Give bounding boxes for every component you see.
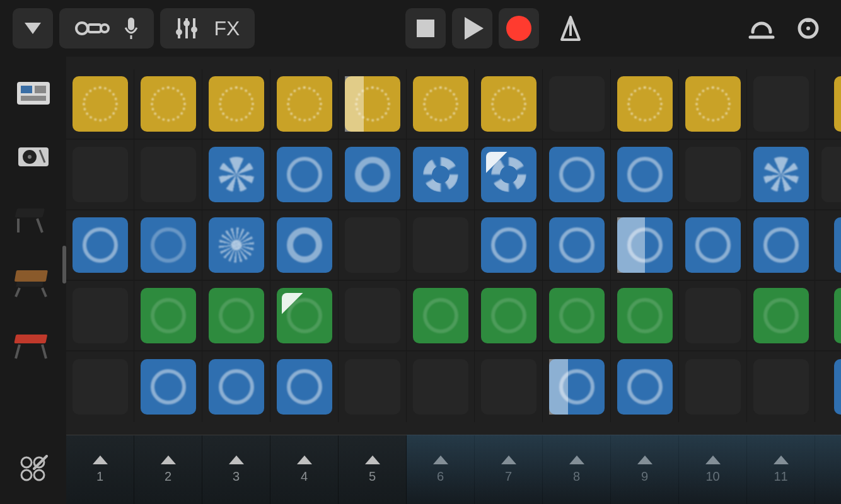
grid-cell[interactable] [202,210,270,281]
metronome-button[interactable] [550,8,591,49]
grid-cell[interactable] [747,69,815,140]
grid-cell[interactable] [339,281,407,352]
empty-clip-slot[interactable] [345,217,400,273]
grid-cell[interactable] [66,69,134,140]
empty-clip-slot[interactable] [72,147,128,202]
loop-clip[interactable] [209,359,264,415]
grid-cell[interactable] [815,352,841,422]
loop-clip[interactable] [277,147,332,202]
grid-cell[interactable] [407,352,475,422]
grid-cell[interactable] [339,210,407,281]
track-moog-synth[interactable] [11,265,55,300]
grid-cell[interactable] [407,210,475,281]
loop-clip[interactable] [549,288,605,343]
stop-button[interactable] [405,8,446,49]
loop-clip[interactable] [834,288,841,343]
cells-edit-button[interactable] [0,435,66,504]
grid-cell[interactable] [475,140,543,210]
scene-trigger[interactable]: 2 [134,435,202,504]
grid-cell[interactable] [66,352,134,422]
settings-button[interactable] [788,8,828,49]
loop-clip[interactable] [549,359,605,415]
loop-clip[interactable] [617,76,673,132]
grid-cell[interactable] [611,210,679,281]
loop-clip[interactable] [617,147,673,202]
loop-clip[interactable] [277,217,332,273]
grid-cell[interactable] [747,352,815,422]
empty-clip-slot[interactable] [821,147,841,202]
loop-clip[interactable] [277,76,332,132]
grid-cell[interactable] [475,281,543,352]
loop-clip[interactable] [617,217,673,273]
empty-clip-slot[interactable] [685,147,741,202]
grid-cell[interactable] [339,352,407,422]
grid-cell[interactable] [134,210,202,281]
loop-clip[interactable] [413,288,468,343]
loop-clip[interactable] [72,76,128,132]
grid-cell[interactable] [66,210,134,281]
track-keyboard-red[interactable] [11,328,55,363]
grid-cell[interactable] [611,69,679,140]
empty-clip-slot[interactable] [413,359,468,415]
grid-cell[interactable] [66,281,134,352]
grid-cell[interactable] [270,69,339,140]
grid-cell[interactable] [679,69,747,140]
empty-clip-slot[interactable] [753,359,809,415]
empty-clip-slot[interactable] [413,217,468,273]
grid-cell[interactable] [407,140,475,210]
empty-clip-slot[interactable] [72,359,128,415]
empty-clip-slot[interactable] [685,359,741,415]
loop-clip[interactable] [753,217,809,273]
loop-clip[interactable] [481,288,536,343]
grid-cell[interactable] [815,281,841,352]
grid-cell[interactable] [679,281,747,352]
loop-clip[interactable] [753,288,809,343]
grid-cell[interactable] [134,140,202,210]
grid-cell[interactable] [270,281,339,352]
input-toggle-button[interactable] [59,8,154,49]
grid-cell[interactable] [202,69,270,140]
loop-clip[interactable] [345,76,400,132]
empty-clip-slot[interactable] [481,359,536,415]
loop-button[interactable] [741,8,782,49]
loop-clip[interactable] [141,359,196,415]
loop-clip[interactable] [685,217,741,273]
grid-cell[interactable] [611,140,679,210]
grid-cell[interactable] [202,140,270,210]
loop-clip[interactable] [277,359,332,415]
view-menu-button[interactable] [13,8,53,49]
loop-clip[interactable] [209,147,264,202]
grid-cell[interactable] [543,352,611,422]
loop-clip[interactable] [617,359,673,415]
grid-cell[interactable] [747,140,815,210]
grid-cell[interactable] [475,210,543,281]
track-turntable[interactable] [11,139,55,174]
loop-clip[interactable] [834,217,841,273]
grid-cell[interactable] [611,352,679,422]
loop-clip[interactable] [209,76,264,132]
loop-clip[interactable] [413,147,468,202]
loop-clip[interactable] [141,288,196,343]
loop-clip[interactable] [209,288,264,343]
loop-clip[interactable] [753,147,809,202]
empty-clip-slot[interactable] [753,76,809,132]
grid-cell[interactable] [270,140,339,210]
grid-cell[interactable] [815,140,841,210]
grid-cell[interactable] [134,352,202,422]
loop-clip[interactable] [345,147,400,202]
track-synth-keys[interactable] [11,202,55,237]
grid-cell[interactable] [747,281,815,352]
loop-clip[interactable] [141,76,196,132]
loop-clip[interactable] [481,147,536,202]
grid-cell[interactable] [407,69,475,140]
scene-trigger[interactable]: 3 [202,435,270,504]
grid-cell[interactable] [475,69,543,140]
loop-clip[interactable] [549,217,605,273]
empty-clip-slot[interactable] [345,359,400,415]
grid-cell[interactable] [679,352,747,422]
grid-cell[interactable] [202,352,270,422]
scene-trigger[interactable]: 4 [270,435,339,504]
empty-clip-slot[interactable] [549,76,605,132]
loop-clip[interactable] [413,76,468,132]
loop-clip[interactable] [834,76,841,132]
